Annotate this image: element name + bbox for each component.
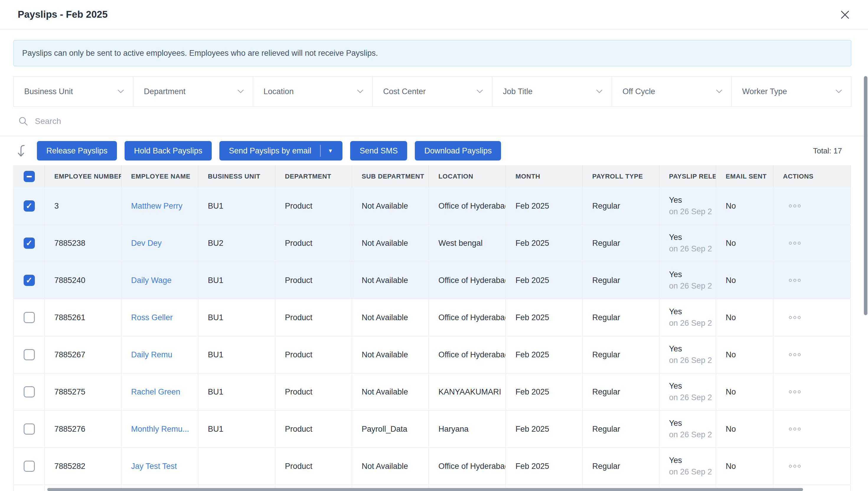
- payslip-released-cell: Yes on 26 Sep 2: [660, 374, 716, 410]
- business-unit-cell: [198, 448, 276, 485]
- sub-department-cell: Not Available: [352, 187, 429, 224]
- dialog-header: Payslips - Feb 2025: [0, 0, 868, 30]
- employee-name-cell: Daily Remu: [122, 337, 198, 373]
- select-all-checkbox[interactable]: [24, 171, 35, 182]
- dropdown-caret-icon[interactable]: ▼: [320, 145, 333, 157]
- payroll-type-cell: Regular: [583, 262, 660, 299]
- employee-name-link[interactable]: Daily Remu: [131, 350, 198, 359]
- hold-back-payslips-button[interactable]: Hold Back Payslips: [124, 141, 212, 161]
- sort-arrow-icon[interactable]: [13, 143, 32, 159]
- row-actions-menu-icon[interactable]: [789, 316, 850, 319]
- row-actions-menu-icon[interactable]: [789, 279, 850, 282]
- payroll-type-cell: Regular: [583, 411, 660, 447]
- chevron-down-icon: [237, 89, 244, 93]
- column-header-business-unit: BUSINESS UNIT: [198, 165, 276, 187]
- row-checkbox-cell: [14, 187, 45, 224]
- employee-number-cell: 7885276: [45, 411, 122, 447]
- actions-cell: [774, 187, 851, 224]
- row-checkbox-cell: [14, 337, 45, 373]
- row-checkbox[interactable]: [24, 237, 35, 249]
- download-payslips-button[interactable]: Download Payslips: [415, 141, 501, 161]
- row-checkbox[interactable]: [24, 200, 35, 211]
- month-cell: Feb 2025: [506, 225, 583, 261]
- business-unit-cell: BU1: [198, 374, 276, 410]
- table-row: 7885282 Jay Test Test Product Not Availa…: [14, 448, 850, 485]
- row-checkbox[interactable]: [24, 275, 35, 286]
- payslip-released-cell: Yes on 26 Sep 2: [660, 187, 716, 224]
- filter-location[interactable]: Location: [253, 77, 373, 106]
- action-buttons: Release PayslipsHold Back PayslipsSend P…: [37, 141, 501, 161]
- row-actions-menu-icon[interactable]: [789, 465, 850, 468]
- row-checkbox[interactable]: [24, 349, 35, 360]
- chevron-down-icon: [596, 89, 603, 93]
- row-actions-menu-icon[interactable]: [789, 204, 850, 207]
- department-cell: Product: [276, 411, 352, 447]
- table-header-row: EMPLOYEE NUMBEREMPLOYEE NAMEBUSINESS UNI…: [14, 165, 850, 187]
- column-header-sub-department: SUB DEPARTMENT: [352, 165, 429, 187]
- column-header-actions: ACTIONS: [774, 165, 851, 187]
- email-sent-cell: No: [716, 411, 774, 447]
- filter-bar: Business Unit Department Location Cost C…: [13, 76, 851, 107]
- filter-worker-type[interactable]: Worker Type: [732, 77, 851, 106]
- row-actions-menu-icon[interactable]: [789, 428, 850, 431]
- business-unit-cell: BU1: [198, 262, 276, 299]
- close-icon: [840, 9, 850, 20]
- business-unit-cell: BU2: [198, 225, 276, 261]
- payroll-type-cell: Regular: [583, 374, 660, 410]
- search-input[interactable]: [35, 117, 389, 126]
- column-header-department: DEPARTMENT: [276, 165, 352, 187]
- filter-department[interactable]: Department: [134, 77, 253, 106]
- employee-name-cell: Dev Dey: [122, 225, 198, 261]
- location-cell: Haryana: [429, 411, 506, 447]
- actions-cell: [774, 411, 851, 447]
- send-sms-button[interactable]: Send SMS: [350, 141, 407, 161]
- actions-cell: [774, 448, 851, 485]
- search-bar: [0, 107, 868, 136]
- filter-off-cycle[interactable]: Off Cycle: [612, 77, 732, 106]
- payroll-type-cell: Regular: [583, 337, 660, 373]
- email-sent-cell: No: [716, 262, 774, 299]
- info-banner-text: Payslips can only be sent to active empl…: [22, 49, 378, 58]
- column-header-employee-name: EMPLOYEE NAME: [122, 165, 198, 187]
- business-unit-cell: BU1: [198, 299, 276, 336]
- row-checkbox[interactable]: [24, 386, 35, 398]
- payroll-type-cell: Regular: [583, 225, 660, 261]
- row-actions-menu-icon[interactable]: [789, 391, 850, 393]
- chevron-down-icon: [357, 89, 363, 93]
- table-row: 7885240 Daily Wage BU1 Product Not Avail…: [14, 262, 850, 299]
- table-row: 7885238 Dev Dey BU2 Product Not Availabl…: [14, 225, 850, 262]
- row-checkbox[interactable]: [24, 461, 35, 472]
- sub-department-cell: Not Available: [352, 337, 429, 373]
- close-button[interactable]: [838, 8, 851, 21]
- location-cell: Office of Hyderabac: [429, 448, 506, 485]
- row-checkbox-cell: [14, 225, 45, 261]
- horizontal-scrollbar[interactable]: [47, 488, 803, 491]
- vertical-scrollbar[interactable]: [864, 76, 867, 315]
- row-actions-menu-icon[interactable]: [789, 353, 850, 356]
- employee-name-link[interactable]: Monthly Remu...: [131, 425, 198, 434]
- sub-department-cell: Not Available: [352, 448, 429, 485]
- employee-name-link[interactable]: Dev Dey: [131, 239, 198, 248]
- employee-name-link[interactable]: Jay Test Test: [131, 462, 198, 471]
- sub-department-cell: Payroll_Data: [352, 411, 429, 447]
- send-payslips-by-email-button[interactable]: Send Payslips by email▼: [219, 141, 342, 161]
- employee-name-link[interactable]: Rachel Green: [131, 387, 198, 397]
- employee-name-link[interactable]: Daily Wage: [131, 276, 198, 285]
- row-checkbox[interactable]: [24, 424, 35, 435]
- release-payslips-button[interactable]: Release Payslips: [37, 141, 117, 161]
- filter-job-title[interactable]: Job Title: [493, 77, 612, 106]
- employee-name-link[interactable]: Matthew Perry: [131, 202, 198, 211]
- row-actions-menu-icon[interactable]: [789, 242, 850, 244]
- row-checkbox[interactable]: [24, 312, 35, 323]
- filter-business-unit[interactable]: Business Unit: [14, 77, 134, 106]
- column-header-month: MONTH: [506, 165, 583, 187]
- employee-name-link[interactable]: Ross Geller: [131, 313, 198, 322]
- email-sent-cell: No: [716, 374, 774, 410]
- actions-cell: [774, 262, 851, 299]
- filter-cost-center[interactable]: Cost Center: [373, 77, 493, 106]
- select-all-cell: [14, 165, 45, 187]
- sub-department-cell: Not Available: [352, 299, 429, 336]
- business-unit-cell: BU1: [198, 411, 276, 447]
- department-cell: Product: [276, 225, 352, 261]
- email-sent-cell: No: [716, 187, 774, 224]
